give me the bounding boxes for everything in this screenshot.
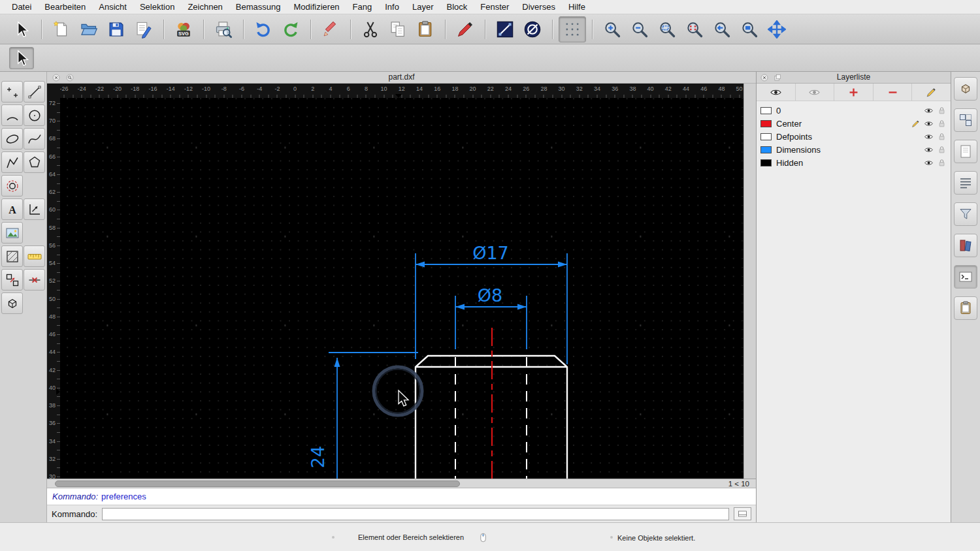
layer-row-Dimensions[interactable]: Dimensions bbox=[757, 143, 951, 156]
layer-visibility-eye-icon[interactable] bbox=[924, 145, 934, 155]
layer-row-Center[interactable]: Center bbox=[757, 117, 951, 130]
layer-row-0[interactable]: 0 bbox=[757, 104, 951, 117]
menu-fang[interactable]: Fang bbox=[346, 2, 379, 12]
command-toggle-button[interactable] bbox=[734, 507, 751, 520]
menu-bemassung[interactable]: Bemassung bbox=[229, 2, 287, 12]
copy-button[interactable] bbox=[384, 16, 412, 42]
circle-properties-button[interactable] bbox=[519, 16, 546, 42]
drawing-canvas[interactable]: Ø17 Ø8 24 bbox=[60, 98, 743, 479]
measure-button[interactable] bbox=[24, 245, 45, 267]
layer-name: 0 bbox=[776, 106, 919, 116]
layer-lock-icon[interactable] bbox=[937, 145, 947, 155]
edit-layer-button[interactable] bbox=[912, 84, 951, 101]
menu-hilfe[interactable]: Hilfe bbox=[562, 2, 592, 12]
zoom-in-button[interactable] bbox=[598, 16, 626, 42]
ellipse-button[interactable] bbox=[1, 128, 23, 150]
zoom-out-button[interactable] bbox=[626, 16, 653, 42]
zoom-refresh-button[interactable] bbox=[681, 16, 708, 42]
layer-row-Defpoints[interactable]: Defpoints bbox=[757, 130, 951, 143]
zoom-auto-button[interactable] bbox=[653, 16, 681, 42]
horizontal-scrollbar[interactable]: 1 < 10 bbox=[47, 479, 756, 488]
text-icon: A bbox=[5, 202, 20, 217]
show-all-layers-button[interactable] bbox=[757, 84, 796, 101]
menu-info[interactable]: Info bbox=[378, 2, 406, 12]
solid-button[interactable] bbox=[1, 292, 23, 314]
menu-block[interactable]: Block bbox=[440, 2, 474, 12]
open-button[interactable] bbox=[75, 16, 103, 42]
sheet-button[interactable] bbox=[954, 140, 977, 163]
attributes-button[interactable] bbox=[451, 16, 479, 42]
zoom-previous-button[interactable] bbox=[708, 16, 736, 42]
clipboard-panel-button[interactable] bbox=[954, 296, 977, 320]
offset-button[interactable] bbox=[1, 175, 23, 197]
menu-datei[interactable]: Datei bbox=[5, 2, 38, 12]
image-button[interactable] bbox=[1, 222, 23, 244]
remove-layer-button[interactable] bbox=[874, 84, 913, 101]
document-zoom-icon[interactable] bbox=[65, 73, 74, 82]
grid-icon bbox=[563, 20, 581, 39]
layer-lock-icon[interactable] bbox=[937, 106, 947, 116]
line-button[interactable] bbox=[24, 81, 45, 102]
property-editor-button[interactable] bbox=[954, 77, 977, 101]
undo-button[interactable] bbox=[250, 16, 277, 42]
layer-visibility-eye-icon[interactable] bbox=[924, 158, 934, 168]
library-button[interactable] bbox=[954, 234, 977, 257]
block-list-button[interactable] bbox=[954, 108, 977, 132]
layer-panel-close-icon[interactable] bbox=[760, 73, 769, 82]
layer-row-Hidden[interactable]: Hidden bbox=[757, 156, 951, 169]
layer-lock-icon[interactable] bbox=[937, 119, 947, 129]
paste-button[interactable] bbox=[412, 16, 439, 42]
polygon-button[interactable] bbox=[24, 151, 45, 173]
toolbar-separator bbox=[243, 20, 244, 39]
command-input[interactable] bbox=[102, 508, 729, 520]
filter-button[interactable] bbox=[954, 202, 977, 226]
save-as-button[interactable] bbox=[130, 16, 157, 42]
view-list-button[interactable] bbox=[954, 171, 977, 195]
menu-fenster[interactable]: Fenster bbox=[474, 2, 515, 12]
menu-diverses[interactable]: Diverses bbox=[515, 2, 562, 12]
layer-lock-icon[interactable] bbox=[937, 132, 947, 142]
menu-ansicht[interactable]: Ansicht bbox=[92, 2, 133, 12]
dimension-button[interactable] bbox=[24, 198, 45, 220]
new-button[interactable] bbox=[48, 16, 75, 42]
print-preview-button[interactable] bbox=[210, 16, 237, 42]
cut-button[interactable] bbox=[357, 16, 384, 42]
text-button[interactable]: A bbox=[1, 198, 23, 220]
select-button[interactable] bbox=[9, 47, 34, 69]
command-history-label: Kommando: bbox=[52, 492, 98, 501]
menu-zeichnen[interactable]: Zeichnen bbox=[181, 2, 229, 12]
circle-button[interactable] bbox=[24, 104, 45, 126]
snap-button[interactable] bbox=[24, 269, 45, 291]
toggle-layer-visibility-button[interactable] bbox=[796, 84, 835, 101]
menu-modifizieren[interactable]: Modifizieren bbox=[287, 2, 346, 12]
polyline-button[interactable] bbox=[1, 151, 23, 173]
grid-button[interactable] bbox=[559, 16, 586, 42]
layer-visibility-eye-icon[interactable] bbox=[924, 132, 934, 142]
select-button[interactable] bbox=[8, 16, 35, 42]
line-properties-button[interactable] bbox=[491, 16, 519, 42]
menu-layer[interactable]: Layer bbox=[406, 2, 440, 12]
layer-lock-icon[interactable] bbox=[937, 158, 947, 168]
erase-button[interactable] bbox=[317, 16, 344, 42]
modify-button[interactable] bbox=[1, 269, 23, 291]
layer-panel-float-icon[interactable] bbox=[773, 73, 782, 82]
menu-selektion[interactable]: Selektion bbox=[133, 2, 181, 12]
add-layer-button[interactable] bbox=[834, 84, 874, 101]
hatch-button[interactable] bbox=[1, 245, 23, 267]
svg-export-button[interactable]: SVG bbox=[170, 16, 197, 42]
save-button[interactable] bbox=[103, 16, 130, 42]
layer-visibility-eye-icon[interactable] bbox=[924, 119, 934, 129]
spline-button[interactable] bbox=[24, 128, 45, 150]
document-close-icon[interactable] bbox=[52, 73, 61, 82]
v-ruler-label: 66 bbox=[49, 153, 56, 160]
command-line-button[interactable] bbox=[954, 265, 977, 289]
zoom-window-button[interactable] bbox=[736, 16, 763, 42]
scrollbar-thumb[interactable] bbox=[55, 480, 460, 487]
arc-button[interactable] bbox=[1, 104, 23, 126]
pan-button[interactable] bbox=[763, 16, 791, 42]
menu-bearbeiten[interactable]: Bearbeiten bbox=[38, 2, 92, 12]
point-button[interactable] bbox=[1, 81, 23, 102]
redo-button[interactable] bbox=[277, 16, 304, 42]
v-ruler-label: 38 bbox=[49, 402, 56, 409]
layer-visibility-eye-icon[interactable] bbox=[924, 106, 934, 116]
